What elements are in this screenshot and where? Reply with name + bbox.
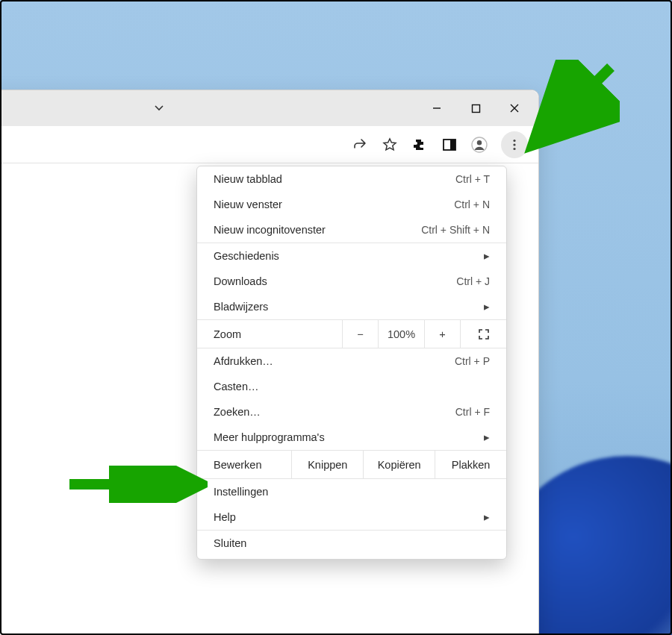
menu-new-tab[interactable]: Nieuw tabblad Ctrl + T [197,166,506,192]
svg-point-5 [513,139,515,141]
tab-search-chevron-icon[interactable] [144,93,174,123]
side-panel-icon[interactable] [441,137,458,153]
menu-item-shortcut: Ctrl + T [455,173,490,185]
browser-toolbar [0,126,538,163]
edit-copy-button[interactable]: Kopiëren [363,451,435,478]
menu-item-label: Bladwijzers [214,301,484,313]
menu-more-tools[interactable]: Meer hulpprogramma's ▸ [197,425,506,450]
zoom-label: Zoom [197,328,342,340]
menu-item-label: Meer hulpprogramma's [214,431,484,443]
menu-item-shortcut: Ctrl + F [455,406,490,418]
menu-new-incognito[interactable]: Nieuw incognitovenster Ctrl + Shift + N [197,217,506,243]
chevron-right-icon: ▸ [484,301,490,313]
menu-item-label: Nieuw venster [214,198,454,210]
more-vertical-icon [508,138,521,151]
menu-history[interactable]: Geschiedenis ▸ [197,243,506,269]
menu-item-shortcut: Ctrl + N [454,198,490,210]
menu-downloads[interactable]: Downloads Ctrl + J [197,269,506,294]
zoom-out-button[interactable]: − [342,320,378,348]
extensions-icon[interactable] [411,137,428,153]
menu-item-label: Casten… [214,381,490,392]
svg-rect-2 [450,140,455,150]
menu-cast[interactable]: Casten… [197,374,506,399]
maximize-button[interactable] [456,93,495,123]
svg-point-6 [513,143,515,146]
menu-exit[interactable]: Sluiten [197,531,506,556]
kebab-menu-button[interactable] [501,131,528,158]
svg-rect-0 [472,104,479,112]
share-icon[interactable] [352,137,368,153]
menu-item-shortcut: Ctrl + J [456,275,490,287]
svg-point-7 [513,147,515,149]
menu-new-window[interactable]: Nieuw venster Ctrl + N [197,192,506,217]
menu-item-shortcut: Ctrl + Shift + N [421,224,490,236]
edit-label: Bewerken [197,451,291,478]
menu-item-label: Downloads [214,275,456,287]
zoom-in-button[interactable]: + [424,320,460,348]
menu-settings[interactable]: Instellingen [197,479,506,504]
menu-item-label: Geschiedenis [214,250,484,262]
window-titlebar [0,90,538,126]
edit-paste-button[interactable]: Plakken [435,451,506,478]
menu-item-label: Afdrukken… [214,355,455,367]
chevron-right-icon: ▸ [484,431,490,443]
profile-icon[interactable] [471,137,488,153]
close-button[interactable] [495,93,534,123]
menu-bookmarks[interactable]: Bladwijzers ▸ [197,294,506,319]
menu-item-label: Sluiten [214,537,490,549]
minimize-button[interactable] [417,93,456,123]
main-menu: Nieuw tabblad Ctrl + T Nieuw venster Ctr… [196,166,507,560]
menu-item-shortcut: Ctrl + P [455,355,490,367]
menu-find[interactable]: Zoeken… Ctrl + F [197,399,506,425]
star-icon[interactable] [382,137,398,153]
fullscreen-icon [478,328,490,340]
chevron-right-icon: ▸ [484,250,490,262]
menu-print[interactable]: Afdrukken… Ctrl + P [197,348,506,374]
menu-item-label: Nieuw incognitovenster [214,224,421,236]
menu-help[interactable]: Help ▸ [197,504,506,530]
menu-zoom-row: Zoom − 100% + [197,319,506,348]
menu-item-label: Zoeken… [214,406,455,418]
chevron-right-icon: ▸ [484,511,490,523]
menu-item-label: Instellingen [214,486,490,498]
zoom-value: 100% [378,320,424,348]
svg-line-8 [539,67,611,139]
fullscreen-button[interactable] [460,320,506,348]
menu-item-label: Nieuw tabblad [214,173,455,185]
menu-edit-row: Bewerken Knippen Kopiëren Plakken [197,450,506,478]
edit-cut-button[interactable]: Knippen [291,451,363,478]
menu-item-label: Help [214,511,484,523]
svg-point-4 [477,140,482,145]
